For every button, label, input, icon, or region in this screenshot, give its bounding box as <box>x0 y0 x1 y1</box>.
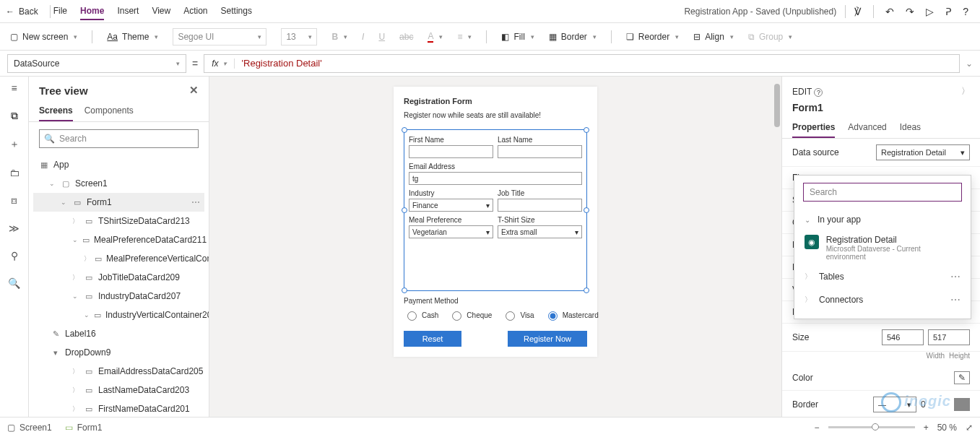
data-icon[interactable]: 🗀 <box>9 167 19 178</box>
font-name-dropdown[interactable]: Segoe UI ▾ <box>173 28 266 46</box>
variables-icon[interactable]: ≫ <box>9 222 19 234</box>
more-icon[interactable]: ⋯ <box>950 271 961 282</box>
menu-settings[interactable]: Settings <box>221 3 252 20</box>
tree-node-app[interactable]: ▦ App <box>33 155 204 174</box>
resize-handle[interactable] <box>584 287 589 293</box>
new-screen-button[interactable]: ▢ New screen ▾ <box>10 32 77 42</box>
resize-handle[interactable] <box>584 127 589 133</box>
section-connectors[interactable]: 〉Connectors ⋯ <box>794 288 971 311</box>
radio-visa[interactable]: Visa <box>502 309 534 321</box>
tab-ideas[interactable]: Ideas <box>900 118 921 138</box>
tree-node[interactable]: ⌄▭IndustryDataCard207 <box>33 287 204 306</box>
play-icon[interactable]: ▷ <box>926 6 934 17</box>
tree-node[interactable]: 〉▭EmailAddressDataCard205 <box>33 362 204 381</box>
insert-icon[interactable]: ＋ <box>9 138 19 151</box>
tree-node[interactable]: 〉▭MealPreferenceVerticalContainer <box>33 249 204 268</box>
zoom-slider[interactable] <box>828 426 915 428</box>
color-picker-icon[interactable]: ✎ <box>954 371 970 384</box>
chevron-right-icon[interactable]: 〉 <box>961 85 970 98</box>
tab-advanced[interactable]: Advanced <box>848 118 886 138</box>
redo-icon[interactable]: ↷ <box>906 6 914 17</box>
close-icon[interactable]: ✕ <box>189 84 199 97</box>
underline-button[interactable]: U <box>378 32 385 42</box>
canvas-scrollbar[interactable] <box>774 84 780 410</box>
italic-button[interactable]: I <box>362 32 364 42</box>
border-button[interactable]: ▦ Border▾ <box>549 32 597 42</box>
tree-view-icon[interactable]: ⧉ <box>11 110 18 122</box>
undo-icon[interactable]: ↶ <box>885 6 894 17</box>
resize-handle[interactable] <box>402 127 407 133</box>
width-input[interactable]: 546 <box>882 329 924 345</box>
tree-node[interactable]: ⌄▭Form1⋯ <box>33 193 204 212</box>
resize-handle[interactable] <box>402 287 407 293</box>
theme-button[interactable]: Aa Theme ▾ <box>107 32 158 42</box>
zoom-out-icon[interactable]: − <box>815 423 820 433</box>
help-icon[interactable]: ? <box>963 6 968 17</box>
tree-node[interactable]: 〉▭FirstNameDataCard201 <box>33 399 204 417</box>
tree-node[interactable]: ▾DropDown9 <box>33 343 204 362</box>
resize-handle[interactable] <box>402 207 407 213</box>
breadcrumb-form[interactable]: ▭Form1 <box>65 423 103 433</box>
advanced-tools-icon[interactable]: ⚲ <box>11 250 18 261</box>
resize-handle[interactable] <box>584 207 589 213</box>
tab-properties[interactable]: Properties <box>792 118 835 138</box>
bold-button[interactable]: B▾ <box>331 32 347 42</box>
input-last-name[interactable] <box>498 145 582 158</box>
data-source-dropdown[interactable]: Registration Detail ▾ <box>876 144 970 160</box>
reset-button[interactable]: Reset <box>404 331 461 347</box>
tree-node[interactable]: 〉▭LastNameDataCard203 <box>33 381 204 399</box>
property-dropdown[interactable]: DataSource ▾ <box>7 54 186 73</box>
border-color-swatch[interactable] <box>954 398 970 411</box>
tree-node[interactable]: 〉▭TShirtSizeDataCard213 <box>33 212 204 230</box>
more-icon[interactable]: ⋯ <box>191 197 204 207</box>
align-button[interactable]: ⊟ Align▾ <box>693 32 734 42</box>
hamburger-icon[interactable]: ≡ <box>11 82 17 94</box>
fit-icon[interactable]: ⤢ <box>966 423 973 433</box>
group-button[interactable]: ⧉ Group▾ <box>748 32 792 42</box>
section-in-your-app[interactable]: ⌄ In your app <box>794 209 971 230</box>
tree-node[interactable]: ⌄▭IndustryVerticalContainer206 <box>33 306 204 324</box>
dropdown-meal[interactable]: Vegetarian▾ <box>409 225 493 238</box>
formula-input[interactable]: fx▾ 'Registration Detail' <box>204 54 960 73</box>
more-icon[interactable]: ⋯ <box>950 294 961 306</box>
menu-home[interactable]: Home <box>80 3 104 20</box>
zoom-in-icon[interactable]: + <box>924 423 929 433</box>
tree-search-input[interactable]: 🔍 Search <box>39 129 199 148</box>
menu-insert[interactable]: Insert <box>117 3 139 20</box>
reorder-button[interactable]: ❏ Reorder▾ <box>626 32 679 42</box>
menu-action[interactable]: Action <box>183 3 207 20</box>
font-color-button[interactable]: A▾ <box>428 31 443 43</box>
menu-view[interactable]: View <box>152 3 170 20</box>
section-tables[interactable]: 〉Tables ⋯ <box>794 265 971 288</box>
radio-cheque[interactable]: Cheque <box>448 309 492 321</box>
fill-button[interactable]: ◧ Fill▾ <box>501 32 534 42</box>
media-icon[interactable]: ⧈ <box>11 194 17 207</box>
font-size-dropdown[interactable]: 13 ▾ <box>281 28 317 46</box>
breadcrumb-screen[interactable]: ▢Screen1 <box>7 423 52 433</box>
menu-file[interactable]: File <box>53 3 67 20</box>
fx-icon[interactable]: fx▾ <box>204 59 234 69</box>
input-first-name[interactable] <box>409 145 493 158</box>
height-input[interactable]: 517 <box>928 329 970 345</box>
data-source-item[interactable]: ◉ Registration Detail Microsoft Datavers… <box>794 230 971 265</box>
tree-node[interactable]: ✎Label16 <box>33 324 204 343</box>
strike-button[interactable]: abc <box>399 32 413 42</box>
radio-mastercard[interactable]: Mastercard <box>545 309 599 321</box>
dropdown-industry[interactable]: Finance▾ <box>409 199 493 212</box>
tree-node[interactable]: 〉▭JobTitleDataCard209 <box>33 268 204 287</box>
input-job[interactable] <box>498 199 582 212</box>
expand-formula-icon[interactable]: ⌄ <box>966 59 973 69</box>
tree-node[interactable]: ⌄▢Screen1 <box>33 174 204 193</box>
tree-node[interactable]: ⌄▭MealPreferenceDataCard211 <box>33 230 204 249</box>
radio-cash[interactable]: Cash <box>404 309 438 321</box>
dropdown-tshirt[interactable]: Extra small▾ <box>498 225 582 238</box>
back-button[interactable]: ← Back <box>6 7 38 17</box>
health-icon[interactable]: ℣ <box>854 6 862 17</box>
popover-search-input[interactable]: Search <box>803 183 962 202</box>
input-email[interactable]: tg <box>409 172 582 185</box>
tab-components[interactable]: Components <box>84 101 134 121</box>
share-icon[interactable]: ᕈ <box>945 6 951 17</box>
search-icon[interactable]: 🔍 <box>8 277 20 289</box>
tab-screens[interactable]: Screens <box>39 101 73 121</box>
align-text-button[interactable]: ≡▾ <box>457 32 472 42</box>
